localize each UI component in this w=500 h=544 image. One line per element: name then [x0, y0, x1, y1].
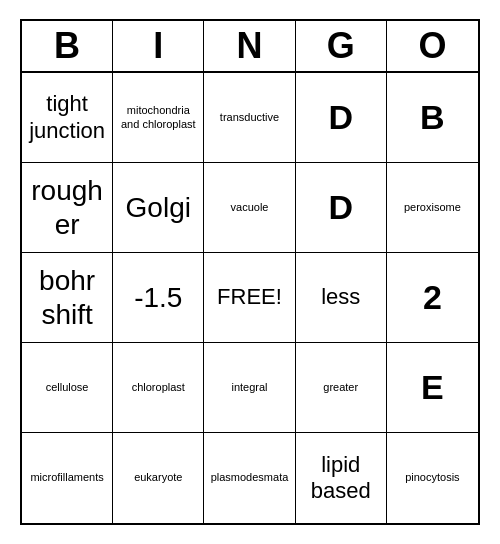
bingo-cell-7: vacuole [204, 163, 295, 253]
cell-text-7: vacuole [231, 201, 269, 214]
cell-text-21: eukaryote [134, 471, 182, 484]
cell-text-4: B [420, 97, 445, 138]
bingo-cell-23: lipid based [296, 433, 387, 523]
bingo-cell-13: less [296, 253, 387, 343]
bingo-cell-16: chloroplast [113, 343, 204, 433]
bingo-header: BINGO [22, 21, 478, 73]
bingo-cell-20: microfillaments [22, 433, 113, 523]
bingo-cell-1: mitochondria and chloroplast [113, 73, 204, 163]
bingo-card: BINGO tight junctionmitochondria and chl… [20, 19, 480, 525]
bingo-cell-15: cellulose [22, 343, 113, 433]
cell-text-12: FREE! [217, 284, 282, 310]
cell-text-14: 2 [423, 277, 442, 318]
bingo-cell-3: D [296, 73, 387, 163]
cell-text-11: -1.5 [134, 281, 182, 315]
bingo-cell-18: greater [296, 343, 387, 433]
cell-text-0: tight junction [26, 91, 108, 144]
bingo-cell-2: transductive [204, 73, 295, 163]
cell-text-15: cellulose [46, 381, 89, 394]
cell-text-19: E [421, 367, 444, 408]
cell-text-9: peroxisome [404, 201, 461, 214]
cell-text-23: lipid based [300, 452, 382, 505]
bingo-cell-17: integral [204, 343, 295, 433]
bingo-cell-0: tight junction [22, 73, 113, 163]
cell-text-18: greater [323, 381, 358, 394]
bingo-cell-21: eukaryote [113, 433, 204, 523]
cell-text-2: transductive [220, 111, 279, 124]
bingo-cell-5: rough er [22, 163, 113, 253]
cell-text-24: pinocytosis [405, 471, 459, 484]
cell-text-16: chloroplast [132, 381, 185, 394]
header-letter-b: B [22, 21, 113, 71]
header-letter-o: O [387, 21, 478, 71]
bingo-cell-19: E [387, 343, 478, 433]
bingo-cell-12: FREE! [204, 253, 295, 343]
header-letter-i: I [113, 21, 204, 71]
bingo-cell-14: 2 [387, 253, 478, 343]
cell-text-8: D [328, 187, 353, 228]
bingo-grid: tight junctionmitochondria and chloropla… [22, 73, 478, 523]
bingo-cell-24: pinocytosis [387, 433, 478, 523]
bingo-cell-9: peroxisome [387, 163, 478, 253]
bingo-cell-4: B [387, 73, 478, 163]
cell-text-3: D [328, 97, 353, 138]
bingo-cell-8: D [296, 163, 387, 253]
cell-text-1: mitochondria and chloroplast [117, 104, 199, 130]
bingo-cell-22: plasmodesmata [204, 433, 295, 523]
cell-text-22: plasmodesmata [211, 471, 289, 484]
cell-text-10: bohr shift [26, 264, 108, 331]
header-letter-g: G [296, 21, 387, 71]
bingo-cell-6: Golgi [113, 163, 204, 253]
cell-text-6: Golgi [126, 191, 191, 225]
cell-text-13: less [321, 284, 360, 310]
bingo-cell-11: -1.5 [113, 253, 204, 343]
bingo-cell-10: bohr shift [22, 253, 113, 343]
cell-text-5: rough er [26, 174, 108, 241]
cell-text-17: integral [231, 381, 267, 394]
cell-text-20: microfillaments [30, 471, 103, 484]
header-letter-n: N [204, 21, 295, 71]
